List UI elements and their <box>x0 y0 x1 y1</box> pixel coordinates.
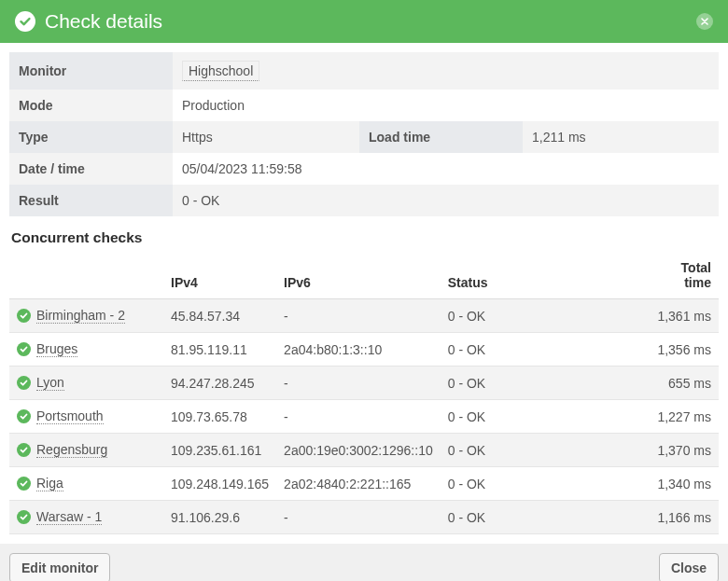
cell-total-time: 1,340 ms <box>644 467 719 501</box>
check-circle-icon <box>17 510 31 524</box>
modal-title: Check details <box>45 10 687 33</box>
table-row: Regensburg109.235.61.1612a00:19e0:3002:1… <box>9 434 719 467</box>
info-label-type: Type <box>9 121 173 153</box>
cell-status: 0 - OK <box>441 467 644 501</box>
monitor-link[interactable]: Highschool <box>182 61 259 81</box>
info-value-monitor: Highschool <box>173 52 719 90</box>
cell-ipv4: 91.106.29.6 <box>163 501 276 534</box>
info-table: Monitor Highschool Mode Production Type … <box>9 52 719 216</box>
check-circle-icon <box>17 342 31 356</box>
cell-ipv6: 2a04:b80:1:3::10 <box>276 333 441 367</box>
concurrent-checks-table: IPv4 IPv6 Status Total time Birmingham -… <box>9 252 719 534</box>
close-icon[interactable] <box>696 13 713 30</box>
cell-ipv4: 45.84.57.34 <box>163 299 276 333</box>
cell-ipv6: - <box>276 299 441 333</box>
table-row: Birmingham - 245.84.57.34-0 - OK1,361 ms <box>9 299 719 333</box>
location-link[interactable]: Riga <box>36 476 63 491</box>
col-header-status: Status <box>441 252 644 299</box>
cell-status: 0 - OK <box>441 400 644 434</box>
table-row: Lyon94.247.28.245-0 - OK655 ms <box>9 367 719 400</box>
col-header-total-time: Total time <box>644 252 719 299</box>
cell-ipv4: 109.248.149.165 <box>163 467 276 501</box>
concurrent-checks-title: Concurrent checks <box>9 216 719 252</box>
cell-status: 0 - OK <box>441 367 644 400</box>
modal-header: Check details <box>0 0 728 43</box>
cell-status: 0 - OK <box>441 434 644 467</box>
info-label-mode: Mode <box>9 90 173 121</box>
col-header-ipv6: IPv6 <box>276 252 441 299</box>
cell-ipv6: 2a02:4840:2:221::165 <box>276 467 441 501</box>
check-circle-icon <box>17 477 31 491</box>
cell-total-time: 1,370 ms <box>644 434 719 467</box>
check-circle-icon <box>17 376 31 390</box>
cell-total-time: 1,166 ms <box>644 501 719 534</box>
location-link[interactable]: Birmingham - 2 <box>36 308 125 324</box>
cell-ipv4: 109.73.65.78 <box>163 400 276 434</box>
cell-ipv4: 94.247.28.245 <box>163 367 276 400</box>
info-value-type: Https <box>173 121 359 153</box>
close-button[interactable]: Close <box>659 553 719 581</box>
check-circle-icon <box>17 443 31 457</box>
cell-total-time: 1,361 ms <box>644 299 719 333</box>
cell-location: Portsmouth <box>9 400 163 434</box>
cell-status: 0 - OK <box>441 333 644 367</box>
info-value-result: 0 - OK <box>173 185 719 216</box>
info-label-loadtime: Load time <box>359 121 523 153</box>
location-link[interactable]: Portsmouth <box>36 408 104 424</box>
check-circle-icon <box>17 409 31 423</box>
cell-ipv4: 109.235.61.161 <box>163 434 276 467</box>
cell-location: Birmingham - 2 <box>9 299 163 333</box>
info-label-monitor: Monitor <box>9 52 173 90</box>
check-circle-icon <box>17 309 31 323</box>
cell-status: 0 - OK <box>441 501 644 534</box>
table-row: Bruges81.95.119.112a04:b80:1:3::100 - OK… <box>9 333 719 367</box>
modal-body: Monitor Highschool Mode Production Type … <box>0 43 728 544</box>
table-row: Riga109.248.149.1652a02:4840:2:221::1650… <box>9 467 719 501</box>
cell-location: Warsaw - 1 <box>9 501 163 534</box>
info-value-datetime: 05/04/2023 11:59:58 <box>173 153 719 185</box>
cell-total-time: 1,356 ms <box>644 333 719 367</box>
location-link[interactable]: Bruges <box>36 341 77 357</box>
cell-location: Lyon <box>9 367 163 400</box>
cell-location: Regensburg <box>9 434 163 467</box>
cell-total-time: 1,227 ms <box>644 400 719 434</box>
location-link[interactable]: Regensburg <box>36 442 107 458</box>
location-link[interactable]: Lyon <box>36 375 64 391</box>
modal-footer: Edit monitor Close <box>0 544 728 581</box>
info-label-datetime: Date / time <box>9 153 173 185</box>
edit-monitor-button[interactable]: Edit monitor <box>9 553 110 581</box>
cell-location: Riga <box>9 467 163 501</box>
location-link[interactable]: Warsaw - 1 <box>36 509 102 525</box>
cell-ipv6: - <box>276 367 441 400</box>
col-header-location <box>9 252 163 299</box>
check-circle-icon <box>15 11 35 32</box>
check-details-modal: Check details Monitor Highschool Mode Pr… <box>0 0 728 581</box>
cell-status: 0 - OK <box>441 299 644 333</box>
cell-total-time: 655 ms <box>644 367 719 400</box>
info-label-result: Result <box>9 185 173 216</box>
cell-location: Bruges <box>9 333 163 367</box>
col-header-ipv4: IPv4 <box>163 252 276 299</box>
info-value-mode: Production <box>173 90 719 121</box>
cell-ipv6: - <box>276 501 441 534</box>
info-value-loadtime: 1,211 ms <box>523 121 719 153</box>
cell-ipv4: 81.95.119.11 <box>163 333 276 367</box>
cell-ipv6: - <box>276 400 441 434</box>
cell-ipv6: 2a00:19e0:3002:1296::10 <box>276 434 441 467</box>
table-row: Warsaw - 191.106.29.6-0 - OK1,166 ms <box>9 501 719 534</box>
table-row: Portsmouth109.73.65.78-0 - OK1,227 ms <box>9 400 719 434</box>
